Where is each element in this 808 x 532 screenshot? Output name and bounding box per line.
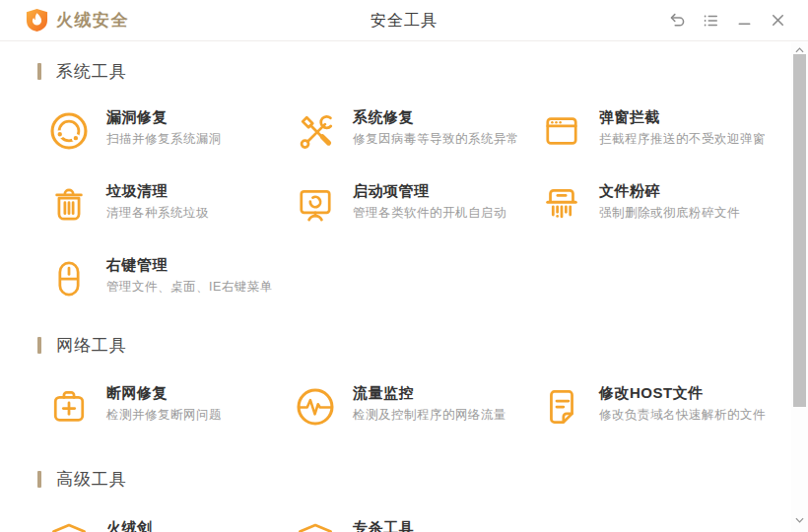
tool-desc: 管理各类软件的开机自启动	[353, 205, 506, 222]
tool-label: 右键管理	[106, 255, 273, 275]
app-brand-name: 火绒安全	[56, 9, 129, 32]
section-title: 系统工具	[56, 60, 127, 83]
tool-section: 系统工具漏洞修复扫描并修复系统漏洞系统修复修复因病毒等导致的系统异常弹窗拦截拦截…	[37, 60, 808, 307]
section-header: 网络工具	[37, 334, 808, 357]
popup-window-icon	[540, 109, 583, 153]
tool-label: 火绒剑	[106, 518, 153, 532]
tool-label: 系统修复	[353, 107, 519, 127]
tool-label: 专杀工具	[353, 518, 414, 532]
tool-desc: 检测及控制程序的网络流量	[353, 407, 506, 424]
section-marker	[37, 337, 41, 354]
tool-item-popup-window[interactable]: 弹窗拦截拦截程序推送的不受欢迎弹窗	[540, 105, 786, 160]
section-header: 系统工具	[37, 60, 808, 83]
monitor-startup-icon	[294, 183, 337, 227]
tool-item-document[interactable]: 修改HOST文件修改负责域名快速解析的文件	[540, 381, 786, 435]
tool-desc: 清理各种系统垃圾	[106, 205, 209, 222]
tool-item-mouse[interactable]: 右键管理管理文件、桌面、IE右键菜单	[47, 253, 294, 307]
tool-item-shield-scan[interactable]: 专杀工具	[294, 516, 540, 532]
tool-item-medkit[interactable]: 断网修复检测并修复断网问题	[47, 381, 294, 435]
shredder-icon	[540, 183, 583, 227]
tool-label: 流量监控	[353, 383, 506, 403]
tool-section: 网络工具断网修复检测并修复断网问题流量监控检测及控制程序的网络流量修改HOST文…	[37, 334, 808, 435]
tool-desc: 管理文件、桌面、IE右键菜单	[106, 279, 273, 296]
shield-scan-icon	[294, 520, 337, 532]
tool-desc: 扫描并修复系统漏洞	[106, 131, 222, 148]
mouse-icon	[47, 257, 91, 300]
tool-grid: 断网修复检测并修复断网问题流量监控检测及控制程序的网络流量修改HOST文件修改负…	[47, 381, 808, 435]
scroll-down-icon[interactable]	[791, 514, 808, 526]
medkit-icon	[47, 385, 91, 429]
tool-text: 修改HOST文件修改负责域名快速解析的文件	[599, 381, 766, 435]
tool-desc: 拦截程序推送的不受欢迎弹窗	[599, 131, 766, 148]
section-marker	[37, 471, 41, 488]
tool-item-shield[interactable]: 火绒剑	[47, 516, 294, 532]
scrollbar[interactable]	[791, 42, 808, 532]
tool-grid: 漏洞修复扫描并修复系统漏洞系统修复修复因病毒等导致的系统异常弹窗拦截拦截程序推送…	[47, 105, 808, 307]
tool-text: 弹窗拦截拦截程序推送的不受欢迎弹窗	[599, 105, 766, 160]
section-marker	[37, 63, 41, 80]
tool-section: 高级工具火绒剑专杀工具	[37, 468, 808, 532]
document-icon	[540, 385, 583, 429]
tools-page: 系统工具漏洞修复扫描并修复系统漏洞系统修复修复因病毒等导致的系统异常弹窗拦截拦截…	[0, 60, 808, 532]
trash-bin-icon	[47, 183, 91, 227]
task-list-icon[interactable]	[694, 6, 727, 35]
minimize-icon[interactable]	[727, 6, 761, 35]
tool-label: 弹窗拦截	[599, 107, 766, 127]
section-title: 网络工具	[56, 334, 127, 357]
close-icon[interactable]	[761, 6, 794, 35]
tool-desc: 强制删除或彻底粉碎文件	[599, 205, 740, 222]
tool-desc: 修复因病毒等导致的系统异常	[353, 131, 519, 148]
tool-label: 启动项管理	[353, 181, 506, 201]
tool-text: 垃圾清理清理各种系统垃圾	[106, 179, 209, 233]
tool-desc: 检测并修复断网问题	[106, 407, 222, 424]
tool-item-vulnerability-scan[interactable]: 漏洞修复扫描并修复系统漏洞	[47, 105, 294, 160]
tool-text: 专杀工具	[353, 516, 414, 532]
app-brand: 火绒安全	[26, 8, 129, 33]
back-icon[interactable]	[660, 6, 694, 35]
tool-text: 右键管理管理文件、桌面、IE右键菜单	[106, 253, 273, 307]
tool-item-shredder[interactable]: 文件粉碎强制删除或彻底粉碎文件	[540, 179, 786, 233]
tool-text: 流量监控检测及控制程序的网络流量	[353, 381, 506, 435]
tool-desc: 修改负责域名快速解析的文件	[599, 407, 766, 424]
titlebar: 火绒安全 安全工具	[0, 0, 808, 41]
tool-label: 文件粉碎	[599, 181, 740, 201]
section-title: 高级工具	[56, 468, 127, 491]
tool-grid: 火绒剑专杀工具	[47, 516, 808, 532]
tool-item-pulse-circle[interactable]: 流量监控检测及控制程序的网络流量	[294, 381, 540, 435]
tool-label: 断网修复	[106, 383, 222, 403]
section-header: 高级工具	[37, 468, 808, 491]
tool-text: 漏洞修复扫描并修复系统漏洞	[106, 105, 222, 160]
tool-item-repair-tools[interactable]: 系统修复修复因病毒等导致的系统异常	[294, 105, 540, 160]
shield-icon	[47, 520, 91, 532]
tool-label: 修改HOST文件	[599, 383, 766, 403]
repair-tools-icon	[294, 109, 337, 153]
scrollbar-thumb[interactable]	[793, 54, 806, 407]
tool-item-trash-bin[interactable]: 垃圾清理清理各种系统垃圾	[47, 179, 294, 233]
tool-text: 启动项管理管理各类软件的开机自启动	[353, 179, 506, 233]
pulse-circle-icon	[294, 385, 337, 429]
app-logo-icon	[26, 8, 48, 33]
tool-text: 文件粉碎强制删除或彻底粉碎文件	[599, 179, 740, 233]
window-controls	[660, 6, 794, 35]
tool-text: 火绒剑	[106, 516, 153, 532]
tool-item-monitor-startup[interactable]: 启动项管理管理各类软件的开机自启动	[294, 179, 540, 233]
tool-text: 系统修复修复因病毒等导致的系统异常	[353, 105, 519, 160]
tool-text: 断网修复检测并修复断网问题	[106, 381, 222, 435]
tool-label: 垃圾清理	[106, 181, 209, 201]
tool-label: 漏洞修复	[106, 107, 222, 127]
vulnerability-scan-icon	[47, 109, 91, 153]
